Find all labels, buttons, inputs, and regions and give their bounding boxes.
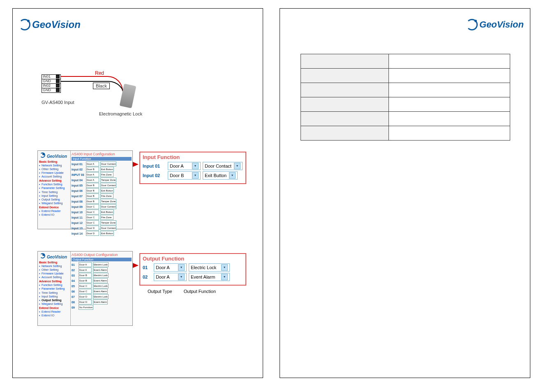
nav-item[interactable]: Wiegand Setting [39,302,69,306]
door-mini-select[interactable]: Door B [86,167,99,172]
nav-item[interactable]: Extend Reader [39,310,69,314]
logo-swirl-icon [19,19,30,30]
fn-mini-select[interactable]: Event Alarm [93,278,108,283]
fn-mini-select[interactable]: Door Contact [100,204,116,209]
fn-mini-select[interactable]: Exit Button [100,188,114,193]
door-mini-select[interactable]: Door B [86,194,99,198]
function-select[interactable]: Exit Button▾ [203,171,238,180]
fn-mini-select[interactable]: Fire Zone [100,215,113,220]
function-select[interactable]: Electric Lock▾ [189,263,230,272]
fn-mini-select[interactable]: Door Contact [100,161,116,166]
nav-item[interactable]: Function Setting [39,283,69,287]
fn-mini-select[interactable]: Electric Lock [93,294,109,299]
nav-item[interactable]: Input Setting [39,194,69,198]
door-mini-select[interactable]: Door A [86,172,99,177]
nav-item[interactable]: Other Setting [39,268,69,272]
nav-item[interactable]: Function Setting [39,182,69,186]
fn-mini-select[interactable]: Door Contact [100,183,116,188]
nav-item[interactable]: Time Setting [39,291,69,295]
fn-mini-select[interactable]: Electric Lock [93,262,109,267]
config-row: 01Door AElectric Lock [72,262,132,267]
nav-item[interactable]: Account Setting [39,275,69,279]
door-select[interactable]: Door A▾ [154,273,187,281]
nav-item[interactable]: Time Setting [39,190,69,194]
nav-item[interactable]: Parameter Setting [39,287,69,291]
nav-item[interactable]: Extend Reader [39,209,69,213]
fn-mini-select[interactable]: Exit Button [100,167,114,172]
fn-mini-select[interactable]: Event Alarm [93,267,108,272]
door-mini-select[interactable]: Door C [86,204,99,209]
door-mini-select[interactable]: Door B [86,188,99,193]
fn-mini-select[interactable]: Tamper Zone [100,199,116,204]
door-mini-select[interactable]: Door C [86,210,99,214]
door-mini-select[interactable]: Door A [86,161,99,166]
door-mini-select[interactable]: Door D [79,294,92,299]
brand-text: GeoVision [479,19,524,30]
nav-item[interactable]: Extend IO [39,314,69,317]
door-mini-select[interactable]: Door A [79,262,92,267]
nav-item[interactable]: Wiegand Setting [39,201,69,205]
door-mini-select[interactable]: Door C [79,289,92,294]
door-mini-select[interactable]: No Function [79,305,93,310]
door-mini-select[interactable]: Door C [86,220,99,225]
row-id: 04 [72,279,77,282]
table-cell [388,54,510,69]
nav-sidebar: GeoVision Basic Setting Network Setting … [38,151,71,229]
nav-item[interactable]: Other Setting [39,167,69,171]
fn-mini-select[interactable]: Exit Button [100,210,114,214]
fn-mini-select[interactable]: Electric Lock [93,273,109,278]
door-mini-select[interactable]: Door B [79,273,92,278]
door-select[interactable]: Door A▾ [168,162,201,170]
nav-item[interactable]: Account Setting [39,175,69,178]
fn-mini-select[interactable]: Electric Lock [93,284,109,288]
door-mini-select[interactable]: Door C [86,215,99,220]
door-mini-select[interactable]: Door D [79,300,92,304]
row-id: 02 [72,269,77,272]
door-mini-select[interactable]: Door B [79,278,92,283]
fn-mini-select[interactable]: Tamper Zone [100,220,116,225]
fn-mini-select[interactable]: Event Alarm [93,300,108,304]
nav-header: Basic Setting [39,160,69,163]
door-mini-select[interactable]: Door B [86,199,99,204]
row-id: Input 14 [72,232,85,235]
nav-item[interactable]: Extend IO [39,213,69,217]
door-mini-select[interactable]: Door A [79,267,92,272]
config-row: 02Door AEvent Alarm [72,267,132,272]
table-row [301,112,510,126]
door-select[interactable]: Door B▾ [168,171,201,180]
nav-item[interactable]: Output Setting [39,198,69,201]
nav-item[interactable]: Input Setting [39,295,69,298]
function-select[interactable]: Event Alarm▾ [189,273,230,281]
function-select[interactable]: Door Contact▾ [203,162,243,170]
nav-item[interactable]: Firmware Update [39,171,69,175]
wire-red-label: Red [95,70,104,76]
door-mini-select[interactable]: Door D [86,226,99,231]
door-select[interactable]: Door A▾ [154,263,187,272]
fn-mini-select[interactable]: Event Alarm [93,289,108,294]
door-mini-select[interactable]: Door A [86,178,99,182]
nav-item-active[interactable]: Output Setting [39,298,69,302]
chevron-down-icon: ▾ [229,172,236,179]
pin-icon [56,75,60,78]
fn-mini-select[interactable]: Exit Button [100,231,114,236]
terminal-label: IN01 [43,75,51,79]
row-id: Input 02 [72,168,85,171]
fn-mini-select[interactable]: Fire Zone [100,194,113,198]
config-row: Input 08Door BTamper Zone [72,199,132,204]
config-row: INPUT 03Door AFire Zone [72,172,132,177]
table-cell [388,126,510,141]
door-mini-select[interactable]: Door C [79,284,92,288]
table-cell [388,83,510,97]
nav-item[interactable]: Firmware Update [39,272,69,275]
door-mini-select[interactable]: Door B [86,183,99,188]
nav-header: Advance Setting [39,179,69,182]
chevron-down-icon: ▾ [234,163,240,169]
fn-mini-select[interactable]: Fire Zone [100,172,113,177]
nav-item[interactable]: Network Setting [39,264,69,268]
fn-mini-select[interactable]: Door Contact [100,226,116,231]
input-config-screenshot: GeoVision Basic Setting Network Setting … [37,150,133,229]
door-mini-select[interactable]: Door D [86,231,99,236]
nav-item[interactable]: Parameter Setting [39,186,69,190]
fn-mini-select[interactable]: Tamper Zone [100,178,116,182]
nav-item[interactable]: Network Setting [39,164,69,167]
